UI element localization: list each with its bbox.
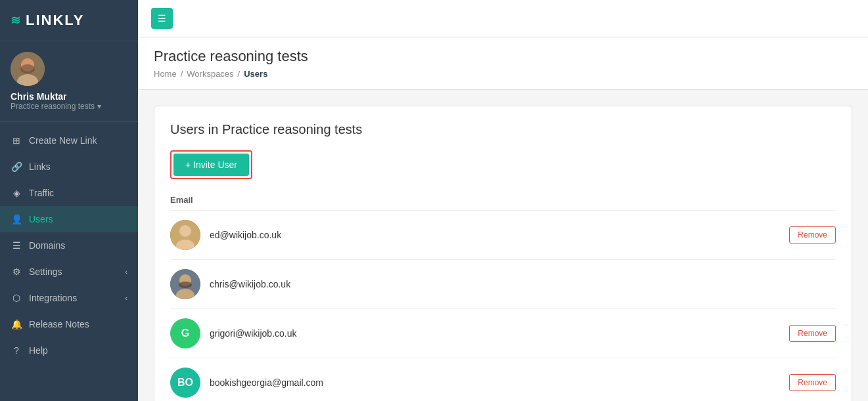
avatar — [11, 52, 45, 86]
hamburger-icon: ☰ — [158, 13, 166, 24]
remove-user-button[interactable]: Remove — [789, 325, 836, 342]
breadcrumb: Home / Workspaces / Users — [154, 69, 852, 79]
sidebar-item-traffic[interactable]: ◈ Traffic — [0, 180, 138, 206]
nav-label: Domains — [29, 240, 65, 251]
user-email: chris@wikijob.co.uk — [210, 279, 836, 289]
nav-label: Release Notes — [29, 319, 89, 329]
sidebar-nav: ⊞ Create New Link 🔗 Links ◈ Traffic 👤 Us… — [0, 122, 138, 401]
settings-icon: ⚙ — [11, 266, 22, 277]
users-panel: Users in Practice reasoning tests + Invi… — [154, 106, 852, 401]
avatar — [170, 220, 200, 250]
sidebar-workspace[interactable]: Practice reasoning tests ▾ — [11, 102, 127, 111]
nav-label: Settings — [29, 266, 62, 277]
email-column-header: Email — [170, 190, 836, 211]
sidebar-logo[interactable]: ≋ LINKLY — [0, 0, 138, 41]
sidebar-item-domains[interactable]: ☰ Domains — [0, 232, 138, 259]
user-email: grigori@wikijob.co.uk — [210, 328, 780, 339]
nav-label: Links — [29, 161, 51, 172]
content-area: Users in Practice reasoning tests + Invi… — [138, 90, 868, 401]
help-icon: ? — [11, 345, 22, 356]
main-content: ☰ Practice reasoning tests Home / Worksp… — [138, 0, 868, 401]
remove-user-button[interactable]: Remove — [789, 374, 836, 391]
bell-icon: 🔔 — [11, 319, 22, 329]
users-icon: 👤 — [11, 214, 22, 224]
svg-point-6 — [179, 225, 191, 237]
sidebar-user: Chris Muktar Practice reasoning tests ▾ — [0, 41, 138, 122]
sidebar-item-create-new-link[interactable]: ⊞ Create New Link — [0, 127, 138, 154]
page-header: Practice reasoning tests Home / Workspac… — [138, 37, 868, 90]
user-email: ed@wikijob.co.uk — [210, 230, 780, 240]
workspace-label: Practice reasoning tests — [11, 102, 95, 111]
grid-icon: ⊞ — [11, 135, 22, 146]
sidebar-item-links[interactable]: 🔗 Links — [0, 154, 138, 180]
breadcrumb-sep: / — [181, 69, 183, 79]
chevron-left-icon: ‹ — [125, 268, 127, 276]
svg-point-4 — [20, 64, 35, 74]
nav-label: Traffic — [29, 188, 54, 198]
remove-user-button[interactable]: Remove — [789, 226, 836, 243]
table-row: BO bookishgeorgia@gmail.com Remove — [170, 358, 836, 401]
avatar — [170, 269, 200, 299]
breadcrumb-workspaces[interactable]: Workspaces — [187, 69, 233, 79]
traffic-icon: ◈ — [11, 188, 22, 198]
nav-label: Integrations — [29, 293, 77, 303]
sidebar-username: Chris Muktar — [11, 91, 127, 102]
sidebar-item-help[interactable]: ? Help — [0, 337, 138, 364]
users-panel-title: Users in Practice reasoning tests — [170, 122, 836, 137]
chevron-left-icon: ‹ — [125, 294, 127, 302]
table-row: ed@wikijob.co.uk Remove — [170, 211, 836, 260]
avatar: BO — [170, 368, 200, 398]
sidebar-item-users[interactable]: 👤 Users — [0, 206, 138, 232]
table-row: G grigori@wikijob.co.uk Remove — [170, 309, 836, 358]
nav-label: Help — [29, 345, 48, 356]
breadcrumb-users: Users — [244, 69, 267, 79]
sidebar: ≋ LINKLY Chris Muktar Practice reasoning… — [0, 0, 138, 401]
breadcrumb-home[interactable]: Home — [154, 69, 177, 79]
sidebar-item-release-notes[interactable]: 🔔 Release Notes — [0, 311, 138, 337]
nav-label: Users — [29, 214, 53, 224]
integrations-icon: ⬡ — [11, 293, 22, 303]
menu-toggle-button[interactable]: ☰ — [151, 8, 173, 29]
logo-icon: ≋ — [11, 13, 20, 28]
breadcrumb-sep: / — [238, 69, 240, 79]
page-title: Practice reasoning tests — [154, 48, 852, 65]
user-email: bookishgeorgia@gmail.com — [210, 377, 780, 388]
sidebar-item-integrations[interactable]: ⬡ Integrations ‹ — [0, 285, 138, 311]
avatar: G — [170, 318, 200, 348]
invite-user-button[interactable]: + Invite User — [173, 154, 249, 176]
nav-label: Create New Link — [29, 135, 97, 146]
sidebar-item-settings[interactable]: ⚙ Settings ‹ — [0, 259, 138, 285]
topbar: ☰ — [138, 0, 868, 37]
svg-point-11 — [179, 282, 192, 288]
logo-text: LINKLY — [26, 12, 84, 29]
link-icon: 🔗 — [11, 161, 22, 172]
invite-user-button-wrapper: + Invite User — [170, 150, 252, 179]
table-row: chris@wikijob.co.uk — [170, 260, 836, 309]
domains-icon: ☰ — [11, 240, 22, 251]
workspace-arrow: ▾ — [97, 102, 101, 111]
